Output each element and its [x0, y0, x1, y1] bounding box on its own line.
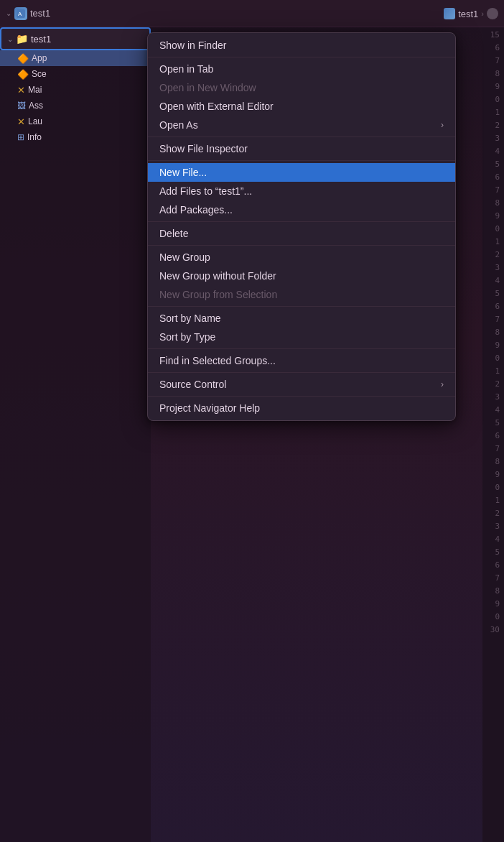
- file-label-info: Info: [27, 132, 42, 142]
- menu-item-open-as[interactable]: Open As ›: [148, 116, 455, 134]
- menu-label-new-group-from-selection: New Group from Selection: [159, 289, 277, 300]
- disclosure-arrow: ⌄: [6, 9, 11, 17]
- file-item-info[interactable]: ⊞ Info: [0, 129, 151, 145]
- app-icon-small: [444, 8, 455, 19]
- window-close-button[interactable]: [487, 8, 498, 19]
- menu-label-sort-by-type: Sort by Type: [159, 331, 215, 343]
- menu-item-show-in-finder[interactable]: Show in Finder: [148, 36, 455, 55]
- menu-label-delete: Delete: [159, 228, 188, 239]
- menu-item-sort-by-name[interactable]: Sort by Name: [148, 309, 455, 328]
- submenu-arrow-open-as: ›: [441, 120, 444, 130]
- menu-item-delete[interactable]: Delete: [148, 224, 455, 243]
- swift-icon-scene: 🔶: [17, 69, 29, 80]
- menu-item-add-packages[interactable]: Add Packages...: [148, 200, 455, 219]
- top-bar: ⌄ A test1 test1 ›: [0, 0, 504, 27]
- menu-item-open-in-tab[interactable]: Open in Tab: [148, 60, 455, 78]
- menu-label-add-files: Add Files to “test1”...: [159, 185, 252, 197]
- menu-item-project-navigator-help[interactable]: Project Navigator Help: [148, 399, 455, 417]
- menu-item-open-with-external-editor[interactable]: Open with External Editor: [148, 97, 455, 116]
- menu-label-open-in-tab: Open in Tab: [159, 63, 213, 75]
- separator-5: [148, 245, 455, 246]
- menu-label-project-navigator-help: Project Navigator Help: [159, 402, 260, 414]
- file-item-scene[interactable]: 🔶 Sce: [0, 66, 151, 82]
- file-label-assets: Ass: [29, 101, 43, 111]
- separator-9: [148, 396, 455, 397]
- menu-item-open-in-new-window: Open in New Window: [148, 78, 455, 97]
- separator-4: [148, 221, 455, 222]
- table-icon: ⊞: [17, 132, 24, 142]
- menu-label-new-file: New File...: [159, 167, 207, 178]
- menu-label-open-with-external-editor: Open with External Editor: [159, 101, 274, 112]
- swift-icon-launch: ✕: [17, 116, 25, 127]
- menu-item-find-in-selected-groups[interactable]: Find in Selected Groups...: [148, 351, 455, 370]
- menu-label-new-group: New Group: [159, 251, 210, 263]
- menu-item-new-group-without-folder[interactable]: New Group without Folder: [148, 267, 455, 285]
- separator-1: [148, 57, 455, 57]
- separator-6: [148, 306, 455, 307]
- file-item-assets[interactable]: 🖼 Ass: [0, 98, 151, 114]
- folder-name: test1: [31, 34, 51, 45]
- menu-item-sort-by-type[interactable]: Sort by Type: [148, 328, 455, 346]
- folder-disclosure-arrow: ⌄: [7, 35, 13, 43]
- file-item-launch[interactable]: ✕ Lau: [0, 114, 151, 129]
- top-bar-right: test1 ›: [444, 0, 498, 27]
- swift-icon: 🔶: [17, 53, 29, 64]
- submenu-arrow-source-control: ›: [441, 379, 444, 389]
- menu-label-show-file-inspector: Show File Inspector: [159, 143, 248, 154]
- file-label-launch: Lau: [28, 116, 42, 126]
- menu-label-open-in-new-window: Open in New Window: [159, 82, 256, 93]
- menu-label-show-in-finder: Show in Finder: [159, 40, 226, 51]
- top-bar-left: ⌄ A test1: [6, 7, 50, 20]
- context-menu: Show in Finder Open in Tab Open in New W…: [147, 32, 456, 421]
- menu-label-add-packages: Add Packages...: [159, 204, 233, 216]
- menu-item-new-file[interactable]: New File...: [148, 163, 455, 182]
- file-label-main: Mai: [28, 85, 42, 95]
- file-item-app[interactable]: 🔶 App: [0, 50, 151, 66]
- separator-8: [148, 372, 455, 373]
- menu-item-new-group-from-selection: New Group from Selection: [148, 285, 455, 304]
- folder-icon: 📁: [16, 33, 28, 45]
- menu-label-sort-by-name: Sort by Name: [159, 313, 221, 324]
- breadcrumb-project: test1: [458, 9, 478, 19]
- menu-item-new-group[interactable]: New Group: [148, 248, 455, 267]
- project-name-top: test1: [30, 8, 50, 19]
- menu-item-source-control[interactable]: Source Control ›: [148, 375, 455, 394]
- file-item-main[interactable]: ✕ Mai: [0, 82, 151, 98]
- app-icon: A: [14, 7, 27, 20]
- menu-label-new-group-without-folder: New Group without Folder: [159, 270, 276, 282]
- swift-icon-main: ✕: [17, 85, 25, 96]
- line-numbers-gutter: 15 6 7 8 9 0 1 2 3 4 5 6 7 8 9 0 1 2 3 4…: [482, 0, 504, 842]
- assets-icon: 🖼: [17, 101, 26, 111]
- separator-3: [148, 160, 455, 161]
- file-label-scene: Sce: [32, 69, 47, 79]
- menu-label-find-in-selected-groups: Find in Selected Groups...: [159, 355, 276, 366]
- separator-7: [148, 348, 455, 349]
- menu-item-show-file-inspector[interactable]: Show File Inspector: [148, 139, 455, 158]
- breadcrumb-arrow-icon: ›: [481, 9, 484, 18]
- menu-item-add-files[interactable]: Add Files to “test1”...: [148, 182, 455, 200]
- svg-text:A: A: [18, 11, 22, 17]
- menu-label-source-control: Source Control: [159, 379, 226, 390]
- separator-2: [148, 137, 455, 137]
- file-label-app: App: [32, 53, 47, 63]
- project-folder-row[interactable]: ⌄ 📁 test1: [0, 27, 151, 50]
- menu-label-open-as: Open As: [159, 119, 198, 131]
